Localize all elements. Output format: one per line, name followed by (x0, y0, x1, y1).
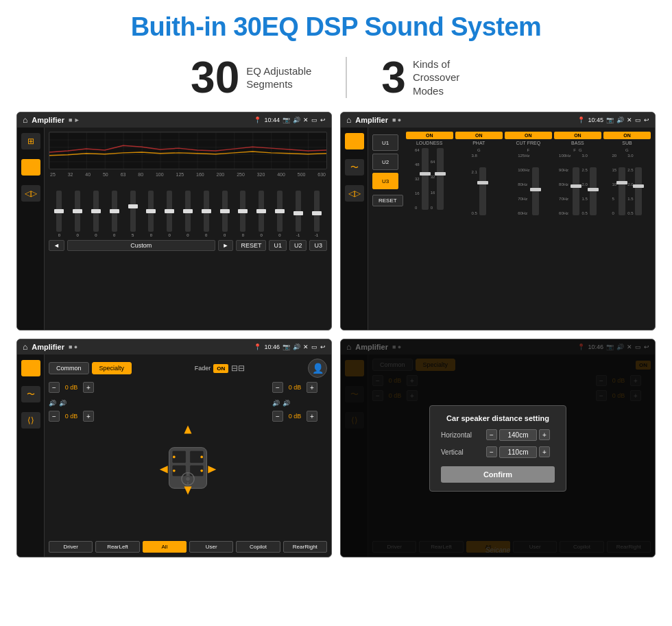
vertical-plus[interactable]: + (539, 446, 550, 457)
sidebar-eq-btn-3[interactable]: ⊞ (21, 360, 40, 376)
band-sub: ON SUB G 20151050 (603, 132, 651, 326)
vol-fr-plus[interactable]: + (307, 382, 317, 393)
sidebar-eq-btn-2[interactable]: ⊞ (345, 133, 364, 149)
u1-btn-1[interactable]: U1 (269, 240, 287, 251)
copilot-btn[interactable]: Copilot (236, 541, 280, 553)
band-phat: ON PHAT G 3.82.10.5 (455, 132, 503, 326)
sidebar-wave-btn-3[interactable]: 〜 (21, 386, 40, 402)
crossover-bands: ON LOUDNESS 644832160 6432160 (406, 132, 651, 326)
eq-slider-1[interactable]: 0 (75, 191, 80, 237)
amp-left-controls: − 0 dB + 🔊 🔊 − 0 dB + (49, 382, 104, 538)
fader-label: Fader (195, 365, 211, 372)
home-icon-1[interactable]: ⌂ (23, 115, 27, 125)
vertical-minus[interactable]: − (486, 446, 497, 457)
common-mode-btn[interactable]: Common (49, 362, 89, 374)
screen-icon-1: ▭ (311, 117, 317, 123)
bass-slider-g[interactable] (590, 167, 597, 215)
u2-btn-1[interactable]: U2 (289, 240, 307, 251)
eq-slider-9[interactable]: 0 (222, 191, 228, 237)
bass-on[interactable]: ON (554, 132, 601, 139)
loudness-slider[interactable] (422, 148, 429, 210)
close-icon-3: ✕ (303, 344, 309, 350)
vol-fl-minus[interactable]: − (49, 382, 60, 393)
vertical-label: Vertical (441, 448, 482, 456)
driver-btn[interactable]: Driver (49, 541, 93, 553)
horizontal-input[interactable] (499, 429, 537, 441)
close-icon-2: ✕ (627, 117, 632, 123)
eq-slider-7[interactable]: 0 (185, 191, 191, 237)
horizontal-minus[interactable]: − (486, 429, 497, 440)
cutfreq-on[interactable]: ON (505, 132, 552, 139)
loudness-slider-2[interactable] (437, 148, 444, 210)
u3-btn-1[interactable]: U3 (309, 240, 327, 251)
all-btn[interactable]: All (143, 541, 187, 553)
svg-rect-0 (49, 132, 326, 169)
amp-main: − 0 dB + 🔊 🔊 − 0 dB + (49, 382, 327, 538)
eq-slider-5[interactable]: 0 (148, 191, 154, 237)
screen-amplifier: ⌂ Amplifier ■ ● 📍 10:46 📷 🔊 ✕ ▭ ↩ ⊞ 〜 ⟨⟩ (16, 339, 332, 557)
eq-slider-8[interactable]: 0 (204, 191, 209, 237)
eq-slider-10[interactable]: 0 (240, 191, 245, 237)
sidebar-eq-btn[interactable]: ⊞ (21, 133, 40, 149)
sidebar-3: ⊞ 〜 ⟨⟩ (17, 354, 45, 557)
u2-preset[interactable]: U2 (372, 154, 398, 170)
eq-slider-2[interactable]: 0 (93, 191, 99, 237)
cutfreq-slider[interactable] (532, 167, 539, 215)
home-icon-2[interactable]: ⌂ (346, 115, 351, 125)
vol-rl-plus[interactable]: + (83, 411, 94, 422)
screen-dialog: ⌂ Amplifier ■ ● 📍 10:46 📷 🔊 ✕ ▭ ↩ ⊞ 〜 ⟨⟩ (340, 339, 656, 557)
vol-rr-minus[interactable]: − (272, 411, 283, 422)
sidebar-vol-btn-2[interactable]: ◁▷ (345, 185, 364, 202)
confirm-button[interactable]: Confirm (441, 466, 555, 483)
sidebar-vol-btn[interactable]: ◁▷ (21, 185, 40, 202)
reset-btn-1[interactable]: RESET (236, 240, 266, 251)
specialty-mode-btn[interactable]: Specialty (92, 362, 132, 374)
home-icon-3[interactable]: ⌂ (23, 342, 27, 352)
custom-preset-btn[interactable]: Custom (67, 240, 215, 251)
vol-fr: − 0 dB + (272, 382, 327, 393)
vol-fr-val: 0 dB (285, 384, 304, 391)
horizontal-plus[interactable]: + (539, 429, 550, 440)
vol-rr-val: 0 dB (285, 413, 304, 420)
profile-icon[interactable]: 👤 (308, 359, 327, 378)
stats-row: 30 EQ AdjustableSegments 3 Kinds ofCross… (0, 49, 672, 112)
sub-slider-2[interactable] (635, 167, 642, 215)
phat-on[interactable]: ON (455, 132, 503, 139)
rearleft-btn[interactable]: RearLeft (95, 541, 139, 553)
phat-slider[interactable] (479, 167, 486, 215)
sidebar-wave-btn-2[interactable]: 〜 (345, 159, 364, 176)
svg-marker-15 (184, 487, 192, 495)
rearright-btn[interactable]: RearRight (283, 541, 327, 553)
sub-slider[interactable] (619, 167, 625, 215)
eq-slider-14[interactable]: -1 (314, 191, 320, 237)
u3-preset[interactable]: U3 (372, 173, 398, 189)
eq-slider-4[interactable]: 5 (130, 191, 136, 237)
location-icon-2: 📍 (577, 117, 585, 123)
fader-on-btn[interactable]: ON (213, 364, 228, 373)
vol-rl-minus[interactable]: − (49, 411, 60, 422)
vol-fl: − 0 dB + (49, 382, 104, 393)
eq-slider-0[interactable]: 0 (56, 191, 62, 237)
eq-slider-11[interactable]: 0 (259, 191, 264, 237)
horizontal-val-box: − + (486, 429, 550, 441)
user-btn[interactable]: User (189, 541, 233, 553)
eq-slider-13[interactable]: -1 (296, 191, 301, 237)
svg-point-7 (186, 477, 190, 481)
vol-fl-plus[interactable]: + (83, 382, 94, 393)
sub-on[interactable]: ON (603, 132, 651, 139)
vol-rl: − 0 dB + (49, 411, 104, 422)
sidebar-bt-btn-3[interactable]: ⟨⟩ (21, 412, 40, 429)
eq-slider-6[interactable]: 0 (167, 191, 172, 237)
eq-slider-3[interactable]: 0 (112, 191, 117, 237)
u1-preset[interactable]: U1 (372, 134, 398, 151)
loudness-on[interactable]: ON (406, 132, 453, 139)
eq-slider-12[interactable]: 0 (277, 191, 283, 237)
next-btn[interactable]: ► (218, 240, 234, 251)
vol-rr-plus[interactable]: + (307, 411, 317, 422)
prev-btn[interactable]: ◄ (49, 240, 64, 251)
vol-fr-minus[interactable]: − (272, 382, 283, 393)
sidebar-wave-btn[interactable]: 〜 (21, 159, 40, 176)
reset-btn-2[interactable]: RESET (372, 195, 403, 206)
bass-slider-f[interactable] (573, 167, 579, 215)
vertical-input[interactable] (499, 446, 537, 458)
